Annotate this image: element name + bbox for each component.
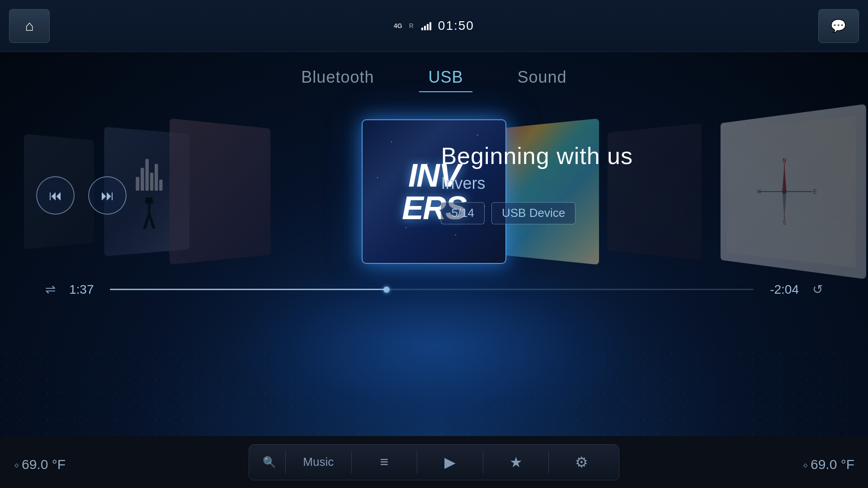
temp-right: ⬦ 69.0 °F — [802, 457, 854, 472]
signal-bar-4 — [429, 22, 431, 30]
toolbar-divider-4 — [483, 451, 483, 474]
time-display: 01:50 — [438, 19, 474, 33]
bar-1 — [136, 177, 139, 191]
temp-right-value: 69.0 °F — [811, 457, 854, 472]
svg-point-4 — [782, 189, 786, 194]
svg-text:W: W — [757, 188, 762, 194]
star-icon: ★ — [509, 454, 523, 471]
progress-fill — [110, 289, 387, 290]
search-icon: 🔍 — [263, 456, 276, 469]
prev-button[interactable]: ⏮ — [36, 176, 75, 215]
signal-bars — [421, 21, 431, 30]
controls-row: ⏮ ⏭ — [36, 176, 127, 215]
compass-art: N S E W — [721, 104, 866, 279]
prev-icon: ⏮ — [49, 188, 62, 203]
svg-marker-3 — [782, 192, 786, 219]
walking-figure — [138, 197, 160, 229]
play-icon: ▶ — [444, 454, 456, 471]
next-button[interactable]: ⏭ — [88, 176, 127, 215]
shuffle-button[interactable]: ⇌ — [45, 282, 56, 297]
nav-tabs: Bluetooth USB Sound — [292, 63, 576, 92]
track-title: Beginning with us — [441, 142, 633, 169]
carousel-area: INVERS Beginning with us Invers 5/14 USB… — [0, 97, 868, 286]
toolbar-inner: 🔍 Music ≡ ▶ ★ ⚙ — [249, 444, 619, 480]
music-label-button[interactable]: Music — [288, 446, 349, 478]
bar-4 — [150, 173, 153, 191]
bottom-toolbar: 🔍 Music ≡ ▶ ★ ⚙ ⬦ 69.0 °F ⬦ 69.0 °F — [0, 436, 868, 488]
track-number-badge: 5/14 — [441, 202, 485, 224]
svg-text:E: E — [813, 188, 817, 194]
track-badges: 5/14 USB Device — [441, 202, 633, 224]
album-bars — [136, 154, 162, 191]
svg-text:S: S — [783, 220, 786, 226]
status-bar: 4G R 01:50 — [394, 19, 474, 33]
repeat-button[interactable]: ↺ — [812, 282, 823, 297]
next-icon: ⏭ — [101, 188, 114, 203]
bar-6 — [159, 179, 162, 191]
track-info: Beginning with us Invers 5/14 USB Device — [441, 142, 633, 224]
toolbar-divider-5 — [548, 451, 549, 474]
music-label: Music — [303, 455, 334, 469]
tab-bluetooth[interactable]: Bluetooth — [292, 63, 383, 92]
settings-icon: ⚙ — [575, 454, 588, 471]
top-bar: ⌂ 4G R 01:50 💬 — [0, 0, 868, 52]
progress-bar[interactable] — [110, 289, 754, 290]
settings-button[interactable]: ⚙ — [551, 446, 612, 478]
play-button[interactable]: ▶ — [420, 446, 481, 478]
dot-pattern-bg — [0, 346, 868, 436]
temp-arrow-right: ⬦ — [802, 459, 808, 470]
4g-indicator: 4G — [394, 22, 402, 29]
toolbar-search[interactable]: 🔍 — [256, 456, 283, 469]
signal-bar-2 — [424, 26, 426, 30]
toolbar-divider-3 — [417, 451, 417, 474]
bar-3 — [145, 159, 149, 190]
r-signal-indicator: R — [409, 22, 414, 29]
tab-usb[interactable]: USB — [419, 63, 472, 92]
main-content: Bluetooth USB Sound — [0, 52, 868, 436]
temp-left: ⬦ 69.0 °F — [14, 457, 66, 472]
signal-bar-3 — [427, 24, 429, 30]
playlist-button[interactable]: ≡ — [354, 446, 415, 478]
progress-dot — [383, 286, 390, 293]
home-button[interactable]: ⌂ — [9, 9, 50, 43]
temp-left-value: 69.0 °F — [22, 457, 66, 472]
bar-5 — [155, 164, 158, 191]
toolbar-divider-1 — [285, 451, 286, 474]
signal-bar-1 — [421, 28, 423, 30]
tab-sound[interactable]: Sound — [509, 63, 576, 92]
favorites-button[interactable]: ★ — [486, 446, 547, 478]
temp-arrow-left: ⬦ — [14, 459, 19, 470]
bar-2 — [141, 168, 144, 191]
playlist-icon: ≡ — [380, 454, 389, 470]
svg-marker-2 — [782, 164, 786, 192]
message-icon: 💬 — [830, 19, 846, 33]
message-button[interactable]: 💬 — [818, 9, 859, 43]
track-artist: Invers — [441, 174, 633, 193]
usb-device-badge: USB Device — [491, 202, 576, 224]
svg-text:N: N — [783, 157, 786, 164]
album-far-right[interactable]: N S E W — [721, 104, 866, 279]
home-icon: ⌂ — [25, 18, 33, 34]
time-elapsed: 1:37 — [69, 282, 96, 297]
toolbar-divider-2 — [351, 451, 352, 474]
progress-area: ⇌ 1:37 -2:04 ↺ — [0, 282, 868, 297]
time-remaining: -2:04 — [767, 282, 799, 297]
compass-svg: N S E W — [755, 156, 816, 227]
album-center-left[interactable] — [170, 118, 270, 265]
